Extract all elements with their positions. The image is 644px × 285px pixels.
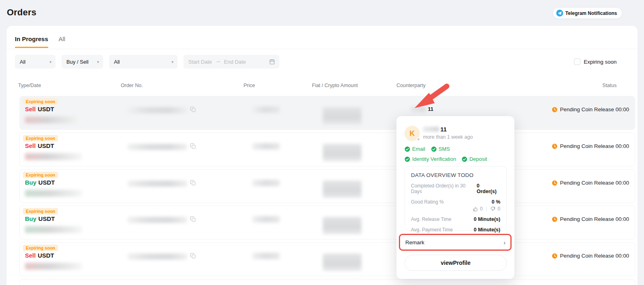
badge-label: Deposit <box>469 156 487 162</box>
order-number-redacted <box>128 217 187 223</box>
expiring-soon-checkbox[interactable] <box>574 58 580 65</box>
asset-label: USDT <box>38 106 54 112</box>
col-price: Price <box>244 83 255 88</box>
tab-in-progress[interactable]: In Progress <box>15 35 48 48</box>
stat-value: 0 Minute(s) <box>474 216 500 222</box>
amount-redacted <box>323 144 361 161</box>
view-profile-button[interactable]: viewProfile <box>405 255 507 271</box>
thumbs-up-icon <box>473 206 478 212</box>
telegram-notifications-button[interactable]: Telegram Notifications <box>553 7 622 19</box>
order-date-redacted <box>25 153 82 160</box>
coin-filter-value: All <box>114 59 120 65</box>
counterparty-popup-name: 11 <box>423 126 447 133</box>
side-label: Sell <box>25 142 36 149</box>
stat-label: Avg. Release Time <box>411 216 452 222</box>
order-type: BuyUSDT <box>25 179 55 186</box>
type-filter-dropdown[interactable]: All ▾ <box>15 55 56 69</box>
stat-label: Good Rating % <box>411 199 444 205</box>
table-row[interactable]: Expiring soon BuyUSDT Pending Coin Relea… <box>19 169 635 203</box>
date-arrow-icon: ⇀ <box>216 59 220 64</box>
type-filter-value: All <box>20 59 25 65</box>
asset-label: USDT <box>38 142 54 149</box>
amount-redacted <box>323 254 361 271</box>
order-number-redacted <box>128 181 187 187</box>
remark-label: Remark <box>405 239 424 245</box>
expiring-soon-filter[interactable]: Expiring soon <box>574 58 617 65</box>
col-status: Status <box>603 83 617 88</box>
order-tabs: In Progress All <box>15 35 65 48</box>
dislikes-count: 0 <box>497 206 500 212</box>
table-row[interactable]: Expiring soon BuyUSDT Pending Coin Relea… <box>19 206 635 239</box>
check-circle-icon <box>431 146 437 152</box>
copy-icon[interactable] <box>190 180 196 186</box>
price-redacted <box>252 216 280 223</box>
copy-icon[interactable] <box>190 253 196 259</box>
status-text: Pending Coin Release 00:00 <box>560 216 629 222</box>
chevron-down-icon: ▾ <box>171 60 173 64</box>
order-number-redacted <box>128 254 187 260</box>
counterparty-name[interactable]: 11 <box>428 106 433 112</box>
asset-label: USDT <box>38 215 55 222</box>
stat-label: Completed Order(s) in 30 Days <box>411 183 477 194</box>
table-row[interactable]: Expiring soon SellUSDT Pending Coin Rele… <box>19 133 635 166</box>
expiring-soon-label: Expiring soon <box>584 59 617 65</box>
badge-label: SMS <box>439 146 450 152</box>
email-verified-badge: Email <box>405 146 425 152</box>
price-redacted <box>252 253 280 259</box>
side-label: Sell <box>25 252 36 259</box>
avg-payment-time-row: Avg. Payment Time 0 Minute(s) <box>411 227 500 233</box>
expiring-soon-badge: Expiring soon <box>23 245 58 251</box>
order-type: SellUSDT <box>25 106 54 112</box>
price-redacted <box>252 143 280 150</box>
order-status: Pending Coin Release 00:00 <box>552 180 629 186</box>
verification-badges: Email SMS Identity Verification Deposit <box>405 146 506 162</box>
sms-verified-badge: SMS <box>431 146 450 152</box>
copy-icon[interactable] <box>190 143 196 149</box>
order-status: Pending Coin Release 00:00 <box>552 106 629 112</box>
badge-label: Email <box>412 146 425 152</box>
copy-icon[interactable] <box>190 216 196 222</box>
last-seen-text: more than 1 week ago <box>423 134 473 140</box>
chevron-right-icon: › <box>504 239 506 246</box>
orders-card: In Progress All All ▾ Buy / Sell ▾ All ▾… <box>6 26 638 285</box>
order-status: Pending Coin Release 00:00 <box>552 143 629 149</box>
table-header: Type/Date Order No. Price Fiat / Crypto … <box>6 83 638 91</box>
side-label: Buy <box>25 215 36 222</box>
order-number-redacted <box>128 107 187 113</box>
col-type-date: Type/Date <box>18 83 41 88</box>
status-text: Pending Coin Release 00:00 <box>560 180 629 186</box>
counterparty-name-redacted <box>411 106 426 112</box>
table-row[interactable] <box>19 279 635 285</box>
divider: | <box>486 206 487 212</box>
filter-bar: All ▾ Buy / Sell ▾ All ▾ Start Date ⇀ En… <box>15 55 279 69</box>
side-label: Sell <box>25 106 36 112</box>
tab-all[interactable]: All <box>59 35 66 48</box>
order-status: Pending Coin Release 00:00 <box>552 253 629 259</box>
col-fiat-crypto: Fiat / Crypto Amount <box>312 83 358 88</box>
status-text: Pending Coin Release 00:00 <box>560 253 629 259</box>
page-title: Orders <box>7 7 36 18</box>
col-counterparty: Counterparty <box>396 83 425 88</box>
table-row[interactable]: Expiring soon SellUSDT 11 Pending Coin R… <box>19 96 635 130</box>
identity-verified-badge: Identity Verification <box>405 156 456 162</box>
table-row[interactable]: Expiring soon SellUSDT Pending Coin Rele… <box>19 242 635 276</box>
amount-redacted <box>323 107 361 125</box>
check-circle-icon <box>405 156 410 162</box>
end-date-placeholder: End Date <box>224 59 246 65</box>
counterparty-cell[interactable]: 11 <box>411 106 433 112</box>
remark-item[interactable]: Remark › <box>400 235 511 249</box>
clock-icon <box>552 216 557 222</box>
deposit-badge: Deposit <box>462 156 487 162</box>
date-range-picker[interactable]: Start Date ⇀ End Date <box>184 55 279 69</box>
side-filter-dropdown[interactable]: Buy / Sell ▾ <box>62 55 103 69</box>
expiring-soon-badge: Expiring soon <box>23 135 58 141</box>
asset-label: USDT <box>38 252 54 259</box>
price-redacted <box>252 106 280 113</box>
amount-redacted <box>323 217 361 234</box>
copy-icon[interactable] <box>190 106 196 112</box>
coin-filter-dropdown[interactable]: All ▾ <box>109 55 178 69</box>
amount-redacted <box>323 181 361 198</box>
telegram-button-label: Telegram Notifications <box>566 10 617 16</box>
data-overview-panel: DATA OVERVIEW TODO Completed Order(s) in… <box>405 166 507 231</box>
rating-thumbs-row: 0 | 0 <box>411 206 500 212</box>
